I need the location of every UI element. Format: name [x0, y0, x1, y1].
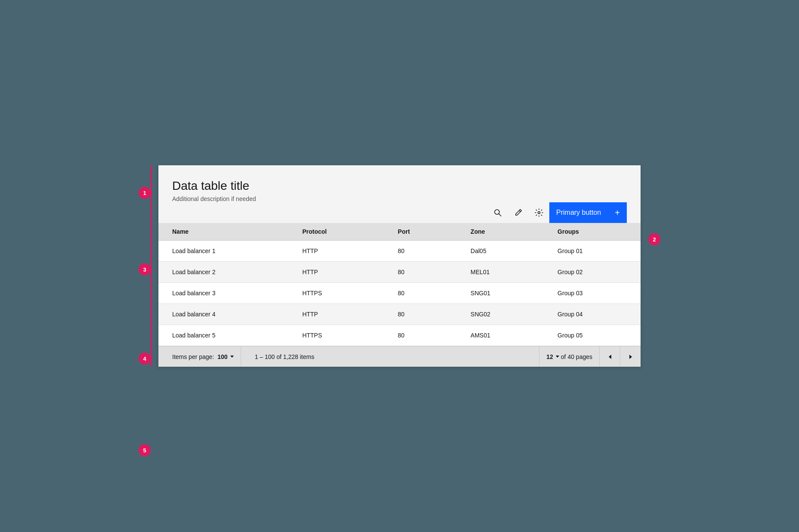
next-page-button[interactable]	[620, 346, 641, 367]
cell-groups-3: Group 03	[544, 283, 641, 304]
total-pages-label: of 40 pages	[561, 353, 592, 360]
edit-icon	[514, 208, 523, 217]
table-row[interactable]: Load balancer 3 HTTPS 80 SNG01 Group 03	[158, 283, 641, 304]
settings-icon	[535, 208, 543, 217]
cell-name-5: Load balancer 5	[158, 325, 288, 346]
table-row[interactable]: Load balancer 2 HTTP 80 MEL01 Group 02	[158, 262, 641, 283]
data-table-card: Data table title Additional description …	[158, 165, 641, 367]
pagination-left: Items per page: 100	[158, 346, 241, 367]
badge-3: 3	[139, 263, 151, 275]
table-row[interactable]: Load balancer 1 HTTP 80 Dal05 Group 01	[158, 241, 641, 262]
col-header-name: Name	[158, 223, 288, 241]
badge-4: 4	[139, 353, 151, 365]
items-per-page-value: 100	[217, 353, 227, 360]
cell-port-2: 80	[384, 262, 457, 283]
cell-groups-2: Group 02	[544, 262, 641, 283]
cell-zone-5: AMS01	[457, 325, 544, 346]
cell-zone-3: SNG01	[457, 283, 544, 304]
table-description: Additional description if needed	[172, 195, 627, 202]
cell-zone-2: MEL01	[457, 262, 544, 283]
cell-name-1: Load balancer 1	[158, 241, 288, 262]
page-chevron-icon	[556, 356, 559, 358]
cell-protocol-2: HTTP	[288, 262, 384, 283]
accent-line	[151, 165, 152, 367]
cell-protocol-4: HTTP	[288, 304, 384, 325]
cell-groups-5: Group 05	[544, 325, 641, 346]
search-button[interactable]	[487, 202, 508, 223]
table-row[interactable]: Load balancer 5 HTTPS 80 AMS01 Group 05	[158, 325, 641, 346]
toolbar: Primary button +	[172, 202, 627, 223]
cell-protocol-1: HTTP	[288, 241, 384, 262]
page-select[interactable]: 12	[546, 353, 559, 360]
table-title: Data table title	[172, 179, 627, 193]
col-header-port: Port	[384, 223, 457, 241]
svg-line-2	[519, 210, 520, 212]
items-per-page-chevron-icon	[230, 356, 234, 358]
cell-name-2: Load balancer 2	[158, 262, 288, 283]
badge-2: 2	[648, 233, 660, 245]
chevron-right-icon	[629, 355, 632, 359]
data-table: Name Protocol Port Zone Groups Load bala…	[158, 223, 641, 346]
cell-groups-1: Group 01	[544, 241, 641, 262]
table-header: Data table title Additional description …	[158, 165, 641, 223]
cell-port-1: 80	[384, 241, 457, 262]
edit-button[interactable]	[508, 202, 529, 223]
cell-protocol-5: HTTPS	[288, 325, 384, 346]
current-page-value: 12	[546, 353, 553, 360]
items-per-page-select[interactable]: 100	[217, 353, 233, 360]
col-header-protocol: Protocol	[288, 223, 384, 241]
pagination-range: 1 – 100 of 1,228 items	[241, 353, 539, 360]
primary-button-label: Primary button	[556, 209, 601, 217]
settings-button[interactable]	[529, 202, 549, 223]
plus-icon: +	[615, 208, 620, 218]
col-header-groups: Groups	[544, 223, 641, 241]
svg-point-3	[538, 212, 540, 214]
badge-5: 5	[139, 444, 151, 456]
primary-button[interactable]: Primary button +	[549, 202, 627, 223]
pagination-right: 12 of 40 pages	[539, 346, 641, 367]
cell-groups-4: Group 04	[544, 304, 641, 325]
cell-port-5: 80	[384, 325, 457, 346]
cell-zone-4: SNG02	[457, 304, 544, 325]
cell-port-4: 80	[384, 304, 457, 325]
table-head: Name Protocol Port Zone Groups	[158, 223, 641, 241]
cell-zone-1: Dal05	[457, 241, 544, 262]
svg-line-1	[499, 214, 501, 216]
cell-port-3: 80	[384, 283, 457, 304]
page-wrapper: 1 2 3 4 5 Data table title Additional de…	[158, 165, 641, 367]
svg-point-0	[495, 210, 499, 214]
items-per-page-label: Items per page:	[172, 353, 214, 360]
col-header-zone: Zone	[457, 223, 544, 241]
chevron-left-icon	[609, 355, 611, 359]
cell-protocol-3: HTTPS	[288, 283, 384, 304]
search-icon	[493, 208, 502, 217]
cell-name-3: Load balancer 3	[158, 283, 288, 304]
cell-name-4: Load balancer 4	[158, 304, 288, 325]
table-row[interactable]: Load balancer 4 HTTP 80 SNG02 Group 04	[158, 304, 641, 325]
badge-1: 1	[139, 187, 151, 199]
table-header-row: Name Protocol Port Zone Groups	[158, 223, 641, 241]
prev-page-button[interactable]	[599, 346, 620, 367]
pagination-page-section: 12 of 40 pages	[539, 346, 599, 367]
pagination-bar: Items per page: 100 1 – 100 of 1,228 ite…	[158, 346, 641, 367]
table-body: Load balancer 1 HTTP 80 Dal05 Group 01 L…	[158, 241, 641, 346]
toolbar-icons	[487, 202, 549, 223]
